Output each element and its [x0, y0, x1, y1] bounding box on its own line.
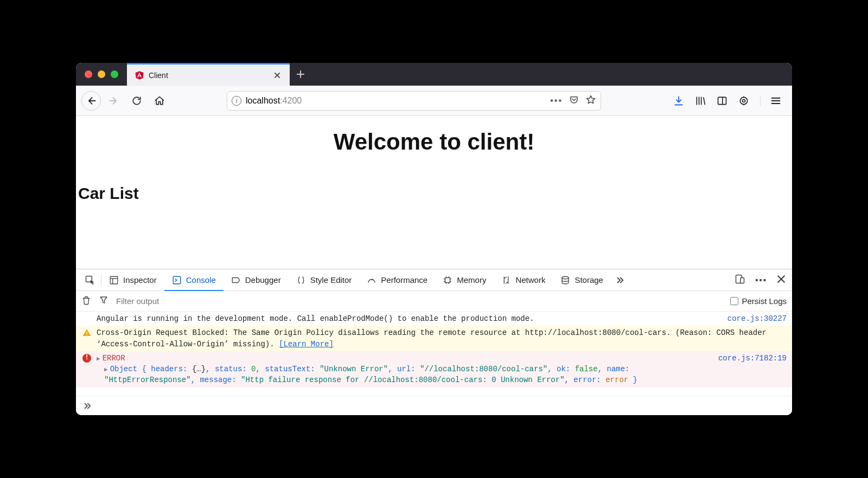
titlebar: Client: [76, 63, 792, 86]
page-actions-icon[interactable]: •••: [550, 96, 563, 106]
new-tab-button[interactable]: [290, 63, 311, 86]
persist-logs-toggle[interactable]: Persist Logs: [730, 296, 787, 306]
extension-icon[interactable]: [738, 95, 749, 106]
console-log-info[interactable]: Angular is running in the development mo…: [76, 312, 792, 326]
log-source-link[interactable]: core.js:7182:19: [718, 354, 787, 363]
devtools-menu-icon[interactable]: •••: [755, 275, 767, 285]
svg-point-3: [743, 99, 745, 102]
url-text: localhost:4200: [246, 96, 546, 106]
downloads-icon[interactable]: [673, 95, 684, 106]
forward-button[interactable]: [104, 91, 124, 111]
car-list-heading: Car List: [78, 184, 792, 203]
learn-more-link[interactable]: [Learn More]: [279, 340, 334, 348]
angular-icon: [135, 70, 144, 80]
menu-icon[interactable]: [760, 95, 781, 106]
tab-inspector[interactable]: Inspector: [101, 269, 164, 290]
console-log-warn[interactable]: Cross-Origin Request Blocked: The Same O…: [76, 326, 792, 351]
svg-point-2: [740, 97, 747, 104]
browser-toolbar: i localhost:4200 •••: [76, 86, 792, 116]
tab-console[interactable]: Console: [164, 270, 224, 291]
tabs-overflow-icon[interactable]: [611, 269, 629, 290]
url-actions: •••: [550, 94, 596, 107]
browser-window: Client i localhost:4200 •••: [76, 63, 792, 415]
tab-performance[interactable]: Performance: [359, 269, 435, 290]
tab-memory[interactable]: Memory: [435, 269, 494, 290]
clear-console-icon[interactable]: [81, 295, 91, 307]
error-icon: !: [82, 354, 91, 363]
window-controls: [76, 63, 127, 86]
window-minimize-button[interactable]: [98, 70, 105, 78]
filter-icon[interactable]: [99, 295, 108, 307]
svg-rect-13: [86, 332, 87, 334]
svg-rect-9: [445, 277, 450, 282]
expand-triangle-icon[interactable]: ▶: [97, 356, 103, 362]
svg-rect-12: [741, 278, 744, 283]
devtools-panel: Inspector Console Debugger Style Editor …: [76, 269, 792, 415]
element-picker-button[interactable]: [79, 269, 101, 290]
browser-tab[interactable]: Client: [127, 63, 290, 86]
devtools-close-button[interactable]: [777, 275, 786, 285]
responsive-mode-icon[interactable]: [735, 274, 745, 286]
console-prompt[interactable]: [76, 396, 792, 415]
persist-logs-checkbox[interactable]: [730, 297, 738, 305]
console-log-error[interactable]: ! ▶ERROR ▶Object { headers: {…}, status:…: [76, 351, 792, 387]
page-content: Welcome to client! Car List Inspector Co…: [76, 116, 792, 415]
tab-network[interactable]: Network: [494, 269, 553, 290]
info-icon[interactable]: i: [232, 96, 241, 106]
window-close-button[interactable]: [85, 70, 92, 78]
library-icon[interactable]: [695, 95, 706, 106]
home-button[interactable]: [150, 91, 169, 111]
tab-debugger[interactable]: Debugger: [224, 269, 289, 290]
toolbar-right: [673, 95, 787, 106]
bookmark-star-icon[interactable]: [585, 94, 596, 107]
svg-rect-5: [110, 276, 118, 284]
devtools-right-controls: •••: [735, 274, 789, 286]
devtools-tabs: Inspector Console Debugger Style Editor …: [76, 269, 792, 291]
console-filter-bar: Persist Logs: [76, 291, 792, 312]
svg-rect-14: [86, 335, 87, 335]
tab-close-button[interactable]: [272, 70, 282, 80]
url-bar[interactable]: i localhost:4200 •••: [227, 91, 601, 111]
back-button[interactable]: [81, 91, 101, 111]
reload-button[interactable]: [127, 91, 146, 111]
console-filter-input[interactable]: [116, 296, 723, 306]
pocket-icon[interactable]: [569, 95, 579, 107]
window-maximize-button[interactable]: [111, 70, 118, 78]
tab-style-editor[interactable]: Style Editor: [289, 269, 360, 290]
expand-triangle-icon[interactable]: ▶: [104, 366, 110, 373]
log-source-link[interactable]: core.js:30227: [727, 314, 787, 323]
tab-title: Client: [149, 71, 268, 80]
console-log-list: Angular is running in the development mo…: [76, 312, 792, 396]
tab-storage[interactable]: Storage: [553, 269, 611, 290]
warning-icon: [82, 328, 91, 337]
sidebar-icon[interactable]: [717, 95, 727, 106]
svg-point-10: [562, 276, 569, 279]
page-title: Welcome to client!: [76, 129, 792, 155]
